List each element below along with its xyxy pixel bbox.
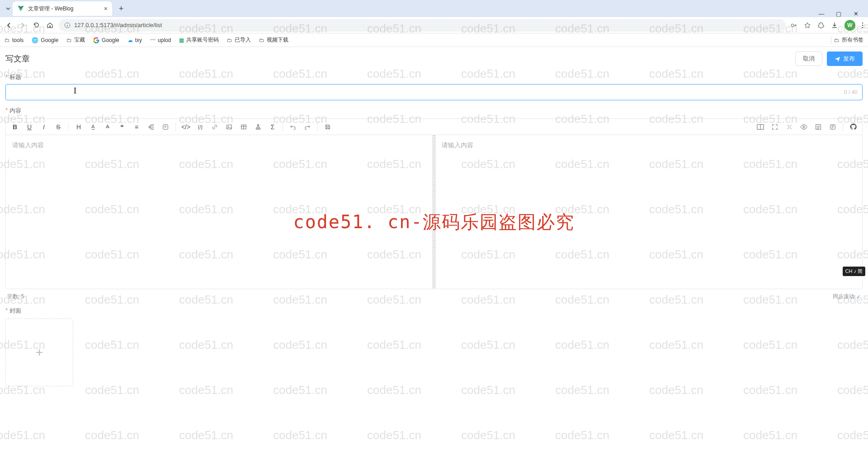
wave-icon: 〰 <box>150 37 156 43</box>
window-maximize-icon[interactable]: ▢ <box>835 10 842 17</box>
bookmark-item[interactable]: ☁txy <box>127 37 142 43</box>
svg-rect-6 <box>227 125 232 129</box>
nav-home-icon[interactable] <box>45 21 54 30</box>
watermark-text: code51.cn <box>555 428 609 442</box>
code-icon[interactable]: </> <box>181 122 190 131</box>
bold-icon[interactable]: B <box>10 122 19 131</box>
folder-icon: 🗀 <box>5 37 10 43</box>
preview-icon[interactable] <box>799 122 808 131</box>
underline-icon[interactable]: U <box>25 122 34 131</box>
watermark-text: code51.cn <box>837 428 868 442</box>
unordered-list-icon[interactable]: ≡ <box>132 122 141 131</box>
svg-rect-9 <box>257 124 259 126</box>
profile-avatar[interactable]: W <box>844 20 855 31</box>
plus-icon: + <box>36 345 43 360</box>
redo-icon[interactable] <box>303 122 312 131</box>
watermark-text: code51.cn <box>179 428 233 442</box>
content-label: *内容 <box>5 107 863 115</box>
app-content: 写文章 取消 发布 *标题 0 / 40 I *内容 B U I S H A̲ … <box>0 47 868 386</box>
note-icon[interactable] <box>161 122 170 131</box>
svg-point-3 <box>862 24 863 26</box>
folder-icon: 🗀 <box>259 37 264 43</box>
tab-title: 文章管理 - WeBlog <box>28 5 100 13</box>
extensions-icon[interactable] <box>817 22 825 29</box>
password-key-icon[interactable] <box>790 22 797 29</box>
browser-tab-active[interactable]: 文章管理 - WeBlog × <box>13 1 112 16</box>
flowchart-icon[interactable] <box>254 122 263 131</box>
font-size-icon[interactable]: A̲ <box>89 122 98 131</box>
title-label: *标题 <box>5 73 863 81</box>
bookmark-item[interactable]: 🗀视频下载 <box>259 36 288 44</box>
window-minimize-icon[interactable]: — <box>818 10 825 17</box>
italic-icon[interactable]: I <box>39 122 48 131</box>
site-info-icon[interactable] <box>64 22 71 28</box>
bookmarks-bar: 🗀tools 🌐Google 🗀宝藏 Google ☁txy 〰uplod ▦共… <box>0 33 868 47</box>
bookmark-item[interactable]: 〰uplod <box>150 37 171 43</box>
watermark-text: code51.cn <box>85 428 139 442</box>
globe-icon: 🌐 <box>32 37 38 43</box>
browser-toolbar: 127.0.0.1:5173/#/admin/article/list W <box>0 17 868 33</box>
fullscreen-icon[interactable] <box>785 122 794 131</box>
tab-close-icon[interactable]: × <box>104 5 108 12</box>
watermark-text: code51.cn <box>461 428 515 442</box>
bookmark-item[interactable]: 🌐Google <box>32 37 58 43</box>
send-icon <box>835 56 840 62</box>
side-by-side-icon[interactable] <box>756 122 765 131</box>
table-icon[interactable] <box>239 122 248 131</box>
bookmark-item[interactable]: 🗀tools <box>5 37 24 43</box>
title-input-wrapper[interactable]: 0 / 40 I <box>5 84 863 100</box>
separator <box>317 123 318 131</box>
quote-icon[interactable]: ❝ <box>118 122 127 131</box>
strikethrough-icon[interactable]: S <box>54 122 63 131</box>
editor-source-pane[interactable]: 请输入内容 <box>6 135 433 289</box>
cancel-button[interactable]: 取消 <box>795 52 822 66</box>
sheet-icon: ▦ <box>179 37 184 43</box>
editor-preview-pane: 请输入内容 <box>435 135 862 289</box>
bookmark-item[interactable]: 🗀已导入 <box>227 36 251 44</box>
svg-point-2 <box>862 22 863 23</box>
watermark-text: code51.cn <box>649 428 703 442</box>
new-tab-button[interactable]: + <box>115 2 127 15</box>
title-counter: 0 / 40 <box>844 89 858 95</box>
page-title: 写文章 <box>5 53 30 64</box>
window-close-icon[interactable]: ✕ <box>853 10 859 17</box>
title-input[interactable] <box>10 84 844 100</box>
bookmark-item[interactable]: 🗀宝藏 <box>66 36 85 44</box>
google-icon <box>93 37 99 43</box>
bookmark-item[interactable]: Google <box>93 37 119 43</box>
code-block-icon[interactable]: {/} <box>196 122 205 131</box>
bookmark-star-icon[interactable] <box>804 22 811 29</box>
svg-point-1 <box>791 24 794 27</box>
separator <box>283 123 283 131</box>
cover-uploader[interactable]: + <box>5 319 73 386</box>
sync-scroll-toggle[interactable]: 同步滚动 ✓ <box>833 293 861 300</box>
svg-point-13 <box>803 126 805 128</box>
heading-icon[interactable]: H <box>74 122 83 131</box>
ordered-list-icon[interactable]: ⋲ <box>146 122 156 131</box>
nav-back-icon[interactable] <box>5 21 14 30</box>
folder-icon: 🗀 <box>66 37 72 43</box>
save-icon[interactable] <box>323 122 332 131</box>
image-icon[interactable] <box>225 122 234 131</box>
expand-icon[interactable] <box>770 122 779 131</box>
all-bookmarks-button[interactable]: 🗀所有书签 <box>834 36 863 44</box>
clear-format-icon[interactable]: A̶ <box>103 122 112 131</box>
tab-list-dropdown[interactable] <box>4 1 13 16</box>
formula-icon[interactable]: Σ <box>268 122 277 131</box>
url-bar[interactable]: 127.0.0.1:5173/#/admin/article/list <box>59 19 786 32</box>
divider <box>831 36 831 44</box>
ime-indicator[interactable]: CH ♪ 简 <box>843 267 866 276</box>
nav-reload-icon[interactable] <box>32 21 41 30</box>
toc-icon[interactable] <box>814 122 823 131</box>
editor-panes: 请输入内容 请输入内容 <box>6 135 862 289</box>
publish-button[interactable]: 发布 <box>827 52 863 66</box>
nav-forward-icon[interactable] <box>18 21 27 30</box>
download-icon[interactable] <box>831 22 838 29</box>
undo-icon[interactable] <box>288 122 297 131</box>
browser-menu-icon[interactable] <box>862 22 863 29</box>
bookmark-item[interactable]: ▦共享账号密码 <box>179 36 219 44</box>
link-icon[interactable] <box>210 122 219 131</box>
browser-titlebar: 文章管理 - WeBlog × + — ▢ ✕ <box>0 0 868 17</box>
outline-icon[interactable] <box>828 122 837 131</box>
github-icon[interactable] <box>849 122 858 131</box>
